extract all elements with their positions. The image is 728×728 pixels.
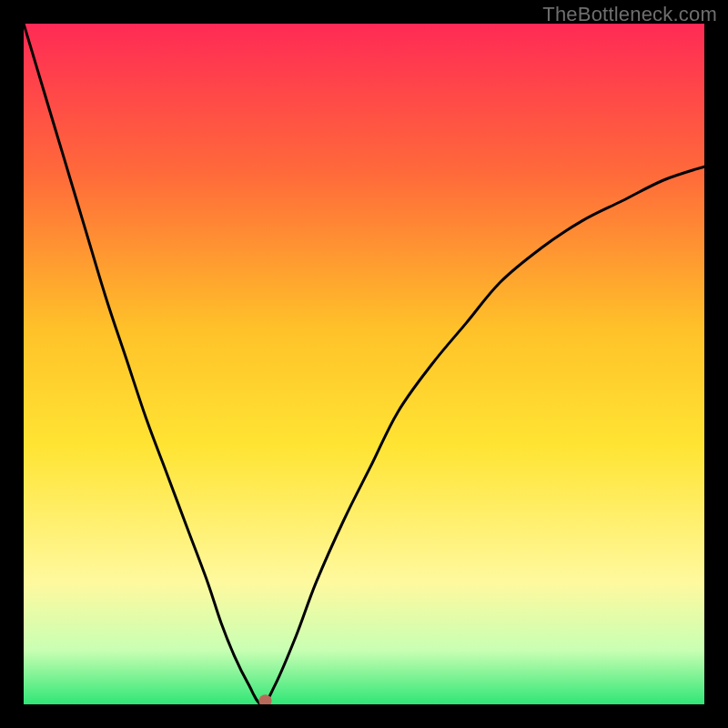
plot-area bbox=[24, 24, 704, 704]
bottleneck-curve bbox=[24, 24, 704, 704]
watermark-text: TheBottleneck.com bbox=[542, 3, 717, 26]
chart-frame: TheBottleneck.com bbox=[0, 0, 728, 728]
curve-layer bbox=[24, 24, 704, 704]
